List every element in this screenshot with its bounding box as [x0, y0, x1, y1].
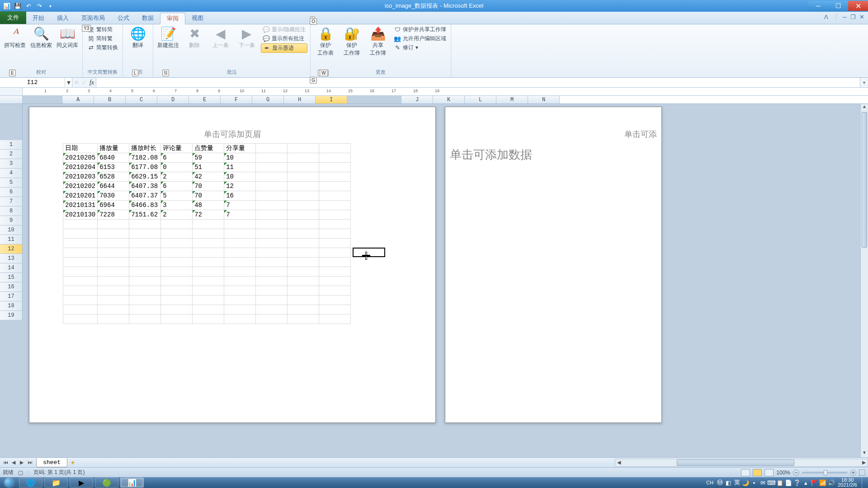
- row-header-18[interactable]: 18: [0, 301, 23, 311]
- table-cell[interactable]: 0: [161, 163, 193, 172]
- cell[interactable]: [63, 296, 98, 305]
- row-header-15[interactable]: 15: [0, 273, 23, 282]
- cell[interactable]: [319, 314, 351, 324]
- sheet-prev-icon[interactable]: ◀: [10, 460, 17, 465]
- cell[interactable]: [129, 258, 161, 267]
- tray-icon[interactable]: 📋: [776, 479, 783, 486]
- cell[interactable]: [319, 172, 351, 182]
- table-cell[interactable]: 6177.08: [129, 163, 161, 172]
- row-header-10[interactable]: 10: [0, 225, 23, 235]
- cell[interactable]: [256, 248, 288, 258]
- sheet-last-icon[interactable]: ⏭: [26, 460, 33, 465]
- cell[interactable]: [129, 296, 161, 305]
- track-changes-button[interactable]: ✎修订 ▾ G: [392, 43, 448, 52]
- column-header-K[interactable]: K: [433, 96, 465, 103]
- ribbon-minimize-icon[interactable]: ᐱ: [824, 14, 828, 20]
- cell[interactable]: [193, 267, 224, 277]
- cell[interactable]: [129, 286, 161, 296]
- spelling-button[interactable]: ᴬ 拼写检查 S: [3, 25, 27, 50]
- zoom-in-icon[interactable]: +: [850, 469, 856, 476]
- table-cell[interactable]: 11: [224, 163, 256, 172]
- formula-input[interactable]: [96, 78, 860, 87]
- cell[interactable]: [288, 267, 319, 277]
- row-header-5[interactable]: 5: [0, 178, 23, 188]
- cell[interactable]: [193, 248, 224, 258]
- page2-header-hint[interactable]: 单击可添: [445, 129, 657, 140]
- cell[interactable]: [98, 220, 129, 229]
- table-cell[interactable]: 5: [161, 191, 193, 201]
- cell[interactable]: [161, 305, 193, 314]
- cell[interactable]: [161, 277, 193, 286]
- table-cell[interactable]: 2: [161, 172, 193, 182]
- table-cell[interactable]: 6153: [98, 163, 129, 172]
- column-header-H[interactable]: H: [284, 96, 316, 103]
- qat-customize-icon[interactable]: ▾: [45, 1, 55, 10]
- page2-body-hint[interactable]: 单击可添加数据: [450, 147, 532, 163]
- table-cell[interactable]: 20210201: [63, 191, 98, 201]
- cell[interactable]: [256, 296, 288, 305]
- cell[interactable]: [319, 191, 351, 201]
- window-restore-inner-icon[interactable]: ❐: [850, 14, 856, 20]
- cell[interactable]: [256, 220, 288, 229]
- cell[interactable]: [256, 229, 288, 239]
- new-comment-button[interactable]: 📝 新建批注 C: [156, 25, 180, 50]
- cell[interactable]: [129, 277, 161, 286]
- zoom-slider[interactable]: [802, 472, 847, 474]
- cell[interactable]: [193, 277, 224, 286]
- cell[interactable]: [256, 153, 288, 163]
- tab-home[interactable]: 开始: [26, 12, 51, 24]
- data-grid[interactable]: 日期播放量播放时长评论量点赞量分享量2021020568407182.08659…: [63, 143, 351, 324]
- cell[interactable]: [288, 172, 319, 182]
- zoom-slider-knob[interactable]: [824, 470, 827, 475]
- table-cell[interactable]: 70: [193, 191, 224, 201]
- fx-icon[interactable]: fx: [90, 79, 94, 86]
- cell[interactable]: [288, 210, 319, 220]
- cell[interactable]: [129, 239, 161, 248]
- cell[interactable]: [288, 258, 319, 267]
- table-header[interactable]: 播放时长: [129, 144, 161, 153]
- window-close-inner-icon[interactable]: ✕: [859, 14, 864, 20]
- column-header-A[interactable]: A: [62, 96, 94, 103]
- cell[interactable]: [98, 296, 129, 305]
- column-header-I[interactable]: I: [316, 96, 347, 103]
- column-header-N[interactable]: N: [528, 96, 560, 103]
- cell[interactable]: [319, 286, 351, 296]
- row-header-14[interactable]: 14: [0, 263, 23, 273]
- cell[interactable]: [319, 153, 351, 163]
- view-pagelayout-button[interactable]: [753, 469, 762, 476]
- page-2[interactable]: 单击可添 单击可添加数据: [445, 107, 662, 423]
- cell[interactable]: [256, 191, 288, 201]
- table-cell[interactable]: 2: [161, 210, 193, 220]
- horizontal-ruler[interactable]: 12345678910111213141516171819: [23, 88, 868, 95]
- table-cell[interactable]: 20210202: [63, 182, 98, 191]
- cell[interactable]: [161, 248, 193, 258]
- cell[interactable]: [63, 277, 98, 286]
- protect-workbook-button[interactable]: 🔐 保护 工作簿 PW: [340, 25, 364, 58]
- cell[interactable]: [193, 239, 224, 248]
- sheet-next-icon[interactable]: ▶: [18, 460, 25, 465]
- maximize-button[interactable]: ☐: [828, 1, 848, 11]
- cell[interactable]: [288, 286, 319, 296]
- cell[interactable]: [319, 210, 351, 220]
- show-ink-button[interactable]: ✒显示墨迹 I: [261, 43, 307, 53]
- tray-icon[interactable]: ❔: [793, 479, 801, 486]
- cell[interactable]: [224, 277, 256, 286]
- tray-network-icon[interactable]: 📶: [819, 479, 826, 486]
- table-header[interactable]: 日期: [63, 144, 98, 153]
- cell[interactable]: [256, 172, 288, 182]
- table-cell[interactable]: 10: [224, 172, 256, 182]
- cell[interactable]: [224, 258, 256, 267]
- cell[interactable]: [256, 286, 288, 296]
- table-cell[interactable]: 20210205: [63, 153, 98, 163]
- table-header[interactable]: 播放量: [98, 144, 129, 153]
- research-button[interactable]: 🔍 信息检索 R: [29, 25, 53, 50]
- horizontal-scrollbar[interactable]: ◀ ▶: [615, 459, 868, 467]
- cell[interactable]: [193, 296, 224, 305]
- page-1[interactable]: 单击可添加页眉 日期播放量播放时长评论量点赞量分享量20210205684071…: [29, 107, 436, 423]
- table-cell[interactable]: 7: [224, 210, 256, 220]
- cell[interactable]: [98, 277, 129, 286]
- cell[interactable]: [224, 267, 256, 277]
- cell[interactable]: [193, 258, 224, 267]
- cell[interactable]: [319, 182, 351, 191]
- scroll-thumb[interactable]: [862, 112, 867, 248]
